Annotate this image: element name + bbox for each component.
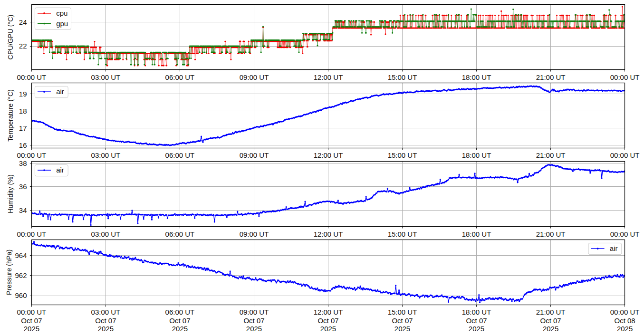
svg-text:Oct 07: Oct 07	[540, 317, 561, 325]
svg-text:Oct 08: Oct 08	[615, 317, 635, 325]
svg-text:15:00 UT: 15:00 UT	[388, 308, 417, 316]
svg-text:Oct 07: Oct 07	[243, 317, 264, 325]
svg-text:03:00 UT: 03:00 UT	[91, 308, 121, 316]
svg-text:09:00 UT: 09:00 UT	[240, 73, 269, 81]
svg-text:19: 19	[19, 90, 27, 98]
svg-text:Oct 07: Oct 07	[392, 317, 413, 325]
svg-text:962: 962	[15, 271, 27, 279]
svg-text:CPU/GPU (°C): CPU/GPU (°C)	[7, 15, 14, 60]
svg-text:2025: 2025	[394, 325, 410, 333]
svg-text:00:00 UT: 00:00 UT	[17, 308, 47, 316]
svg-text:2025: 2025	[320, 325, 336, 333]
svg-text:09:00 UT: 09:00 UT	[240, 230, 269, 238]
svg-text:12:00 UT: 12:00 UT	[314, 230, 343, 238]
svg-text:Oct 07: Oct 07	[317, 317, 338, 325]
svg-text:2025: 2025	[543, 325, 558, 333]
svg-text:18:00 UT: 18:00 UT	[462, 230, 491, 238]
svg-text:2025: 2025	[617, 325, 633, 333]
svg-text:2025: 2025	[469, 325, 484, 333]
svg-text:00:00 UT: 00:00 UT	[610, 230, 640, 238]
svg-text:09:00 UT: 09:00 UT	[240, 308, 269, 316]
svg-text:964: 964	[15, 251, 27, 259]
svg-text:24: 24	[19, 18, 27, 26]
svg-text:18:00 UT: 18:00 UT	[462, 308, 491, 316]
svg-text:03:00 UT: 03:00 UT	[91, 230, 121, 238]
svg-text:15:00 UT: 15:00 UT	[388, 73, 417, 81]
svg-text:00:00 UT: 00:00 UT	[610, 308, 640, 316]
svg-text:03:00 UT: 03:00 UT	[91, 151, 121, 159]
svg-text:17: 17	[19, 124, 27, 132]
svg-text:15:00 UT: 15:00 UT	[388, 151, 417, 159]
svg-text:Oct 07: Oct 07	[466, 317, 487, 325]
svg-text:gpu: gpu	[56, 19, 68, 28]
svg-text:03:00 UT: 03:00 UT	[91, 73, 121, 81]
svg-text:2025: 2025	[246, 325, 262, 333]
svg-text:18:00 UT: 18:00 UT	[462, 73, 491, 81]
svg-text:Temperature (°C): Temperature (°C)	[7, 89, 14, 142]
svg-text:Humidity (%): Humidity (%)	[7, 174, 14, 213]
svg-text:06:00 UT: 06:00 UT	[165, 308, 195, 316]
svg-text:00:00 UT: 00:00 UT	[610, 73, 640, 81]
svg-text:00:00 UT: 00:00 UT	[17, 151, 47, 159]
svg-text:38: 38	[19, 159, 27, 167]
svg-text:18: 18	[19, 107, 27, 115]
svg-text:36: 36	[19, 182, 27, 191]
svg-text:22: 22	[19, 42, 27, 50]
svg-text:12:00 UT: 12:00 UT	[314, 73, 343, 81]
svg-text:21:00 UT: 21:00 UT	[536, 151, 566, 159]
svg-text:15:00 UT: 15:00 UT	[388, 230, 417, 238]
svg-text:18:00 UT: 18:00 UT	[462, 151, 491, 159]
svg-text:Oct 07: Oct 07	[169, 317, 190, 325]
svg-text:air: air	[56, 166, 64, 174]
svg-text:cpu: cpu	[56, 9, 67, 17]
svg-text:air: air	[56, 87, 64, 96]
svg-text:09:00 UT: 09:00 UT	[240, 151, 269, 159]
svg-text:2025: 2025	[98, 325, 114, 333]
svg-text:06:00 UT: 06:00 UT	[165, 73, 195, 81]
svg-text:air: air	[610, 244, 618, 252]
svg-text:21:00 UT: 21:00 UT	[536, 73, 566, 81]
svg-text:00:00 UT: 00:00 UT	[17, 73, 47, 81]
svg-text:21:00 UT: 21:00 UT	[536, 308, 566, 316]
svg-text:00:00 UT: 00:00 UT	[610, 151, 640, 159]
svg-text:2025: 2025	[24, 325, 39, 333]
svg-text:Pressure (hPa): Pressure (hPa)	[5, 250, 13, 295]
svg-text:12:00 UT: 12:00 UT	[314, 308, 343, 316]
svg-text:06:00 UT: 06:00 UT	[165, 230, 195, 238]
svg-text:16: 16	[19, 141, 27, 149]
svg-text:06:00 UT: 06:00 UT	[165, 151, 195, 159]
svg-text:00:00 UT: 00:00 UT	[17, 230, 47, 238]
svg-text:Oct 07: Oct 07	[21, 317, 42, 325]
svg-text:2025: 2025	[172, 325, 188, 333]
svg-text:34: 34	[19, 206, 27, 214]
svg-text:Oct 07: Oct 07	[95, 317, 116, 325]
svg-text:960: 960	[15, 291, 27, 299]
svg-text:21:00 UT: 21:00 UT	[536, 230, 566, 238]
svg-text:12:00 UT: 12:00 UT	[314, 151, 343, 159]
